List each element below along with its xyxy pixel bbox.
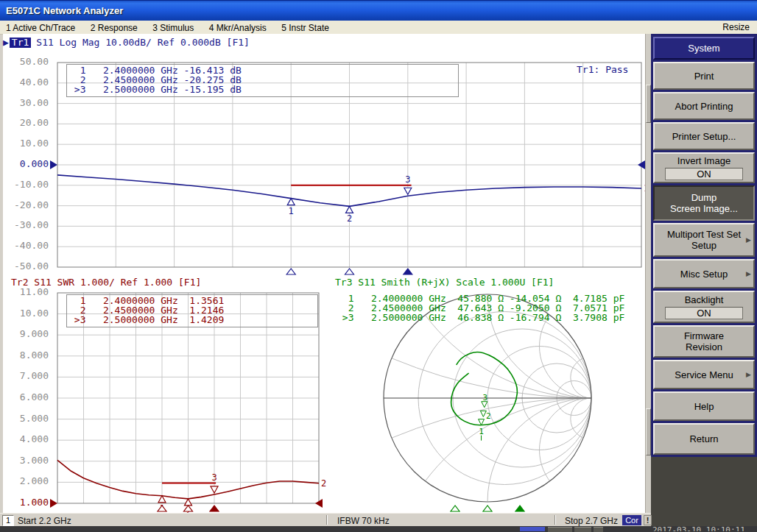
divider-handle[interactable]: [646, 85, 651, 123]
softkey-label: Abort Printing: [675, 101, 733, 112]
submenu-arrow-icon: ▶: [746, 235, 751, 246]
softkey-panel: SystemPrintAbort PrintingPrinter Setup..…: [651, 34, 757, 526]
softkey-misc-setup[interactable]: Misc Setup▶: [653, 259, 755, 288]
y-axis-tick-label: 7.000: [3, 371, 49, 381]
status-bar: 1 Start 2.2 GHz IFBW 70 kHz Stop 2.7 GHz…: [0, 513, 651, 527]
softkey-state-value: ON: [665, 168, 743, 180]
menu-bar: 1 Active Ch/Trace 2 Response 3 Stimulus …: [0, 21, 757, 35]
softkey-label: Print: [694, 71, 714, 82]
softkey-label: Printer Setup...: [672, 131, 736, 142]
y-axis-tick-label: -50.00: [3, 261, 49, 272]
channel-number-box: 1: [2, 515, 14, 526]
y-axis-tick-label: 10.00: [3, 308, 49, 319]
tr3-marker-row: >3 2.5000000 GHz 46.838 Ω -16.794 Ω 3.79…: [337, 313, 624, 322]
softkey-firmware-revision[interactable]: FirmwareRevision: [653, 325, 755, 358]
system-strip-segment: [548, 527, 572, 532]
y-axis-tick-label: 10.00: [3, 138, 49, 149]
softkey-label: System: [688, 43, 719, 54]
softkey-label: Firmware: [684, 330, 724, 341]
softkey-print[interactable]: Print: [653, 62, 755, 90]
title-bar: E5071C Network Analyzer: [0, 0, 757, 21]
softkey-label: Multiport Test Set: [667, 229, 741, 240]
y-axis-tick-label: 20.00: [3, 118, 49, 128]
instrument-screen: E5071C Network Analyzer 1 Active Ch/Trac…: [0, 0, 757, 532]
softkey-dump-screen-image[interactable]: DumpScreen Image...: [653, 185, 755, 221]
y-axis-tick-label: 8.000: [3, 350, 49, 361]
active-trace-indicator-icon: ▶: [3, 38, 9, 48]
menu-active-ch-trace[interactable]: 1 Active Ch/Trace: [0, 21, 81, 35]
tr2-marker-row: >3 2.5000000 GHz 1.4209: [68, 315, 316, 324]
y-axis-tick-label: 9.000: [3, 329, 49, 339]
tr1-marker-row: >3 2.5000000 GHz -15.195 dB: [68, 85, 457, 94]
tr1-format-label: S11 Log Mag 10.00dB/ Ref 0.000dB [F1]: [36, 38, 250, 48]
tr2-marker-table: 1 2.4000000 GHz 1.3561 2 2.4500000 GHz 1…: [66, 294, 318, 327]
stop-frequency: Stop 2.7 GHz: [565, 516, 618, 526]
y-axis-tick-label: 5.000: [3, 414, 49, 424]
menu-response[interactable]: 2 Response: [85, 21, 144, 35]
softkey-system[interactable]: System: [653, 37, 755, 60]
y-axis-tick-label: 2.000: [3, 476, 49, 486]
softkey-label: Setup: [691, 240, 716, 251]
softkey-label: Invert Image: [677, 155, 730, 166]
softkey-multiport-test-set-setup[interactable]: Multiport Test SetSetup▶: [653, 223, 755, 257]
softkey-return[interactable]: Return: [653, 423, 755, 455]
resize-control[interactable]: Resize: [722, 22, 750, 32]
y-axis-tick-label: 3.000: [3, 455, 49, 466]
divider-handle[interactable]: [646, 408, 651, 455]
menu-instr-state[interactable]: 5 Instr State: [275, 21, 335, 35]
softkey-help[interactable]: Help: [653, 391, 755, 421]
softkey-label: Revision: [686, 341, 722, 352]
alert-badge: !: [644, 515, 652, 525]
system-strip-segment: [594, 527, 603, 532]
tr1-tag[interactable]: Tr1: [10, 38, 31, 48]
start-frequency: Start 2.2 GHz: [18, 516, 71, 526]
tr1-limit-status: Tr1: Pass: [577, 64, 628, 75]
y-axis-tick-label: 40.00: [3, 77, 49, 88]
y-axis-tick-label: -20.00: [3, 200, 49, 210]
softkey-printer-setup[interactable]: Printer Setup...: [653, 122, 755, 150]
y-axis-tick-label: 11.00: [3, 287, 49, 297]
softkey-label: Dump: [691, 192, 717, 203]
softkey-abort-printing[interactable]: Abort Printing: [653, 92, 755, 120]
softkey-service-menu[interactable]: Service Menu▶: [653, 360, 755, 389]
softkey-invert-image[interactable]: Invert ImageON: [653, 152, 755, 183]
softkey-label: Service Menu: [675, 369, 733, 380]
system-strip-segment: [520, 527, 545, 531]
tr3-marker-table: 1 2.4000000 GHz 45.880 Ω -14.054 Ω 4.718…: [337, 294, 624, 322]
tr1-marker-table: 1 2.4000000 GHz -16.413 dB 2 2.4500000 G…: [66, 64, 459, 97]
y-axis-tick-label: 6.000: [3, 392, 49, 402]
status-divider: [554, 515, 556, 525]
display-area: [3, 34, 645, 513]
y-axis-tick-label: 50.00: [3, 57, 49, 67]
status-divider: [326, 515, 328, 525]
submenu-arrow-icon: ▶: [746, 369, 751, 380]
system-clock: 2017-03-10 10:10:11: [652, 526, 756, 531]
menu-mkr-analysis[interactable]: 4 Mkr/Analysis: [203, 21, 272, 35]
softkey-backlight[interactable]: BacklightON: [653, 291, 755, 323]
softkey-label: Return: [689, 433, 718, 444]
softkey-label: Misc Setup: [680, 269, 728, 280]
y-axis-tick-label: 1.000: [3, 497, 49, 508]
y-axis-tick-label: -30.00: [3, 220, 49, 230]
softkey-label: Help: [694, 401, 714, 412]
y-axis-tick-label: 0.000: [3, 159, 49, 169]
ifbw-value: IFBW 70 kHz: [337, 516, 390, 526]
y-axis-tick-label: -10.00: [3, 180, 49, 190]
softkey-empty-area: [651, 457, 757, 526]
softkey-label: Backlight: [685, 294, 724, 305]
softkey-state-value: ON: [665, 307, 743, 319]
tr3-header: Tr3 S11 Smith (R+jX) Scale 1.000U [F1]: [335, 277, 554, 288]
correction-badge: Cor: [622, 515, 641, 525]
y-axis-tick-label: 4.000: [3, 434, 49, 444]
system-strip-segment: [574, 527, 591, 532]
softkey-label: Screen Image...: [670, 203, 738, 214]
tr1-header: ▶ Tr1 S11 Log Mag 10.00dB/ Ref 0.000dB […: [3, 38, 250, 48]
bottom-system-strip: 2017-03-10 10:10:11: [0, 526, 757, 532]
y-axis-tick-label: 30.00: [3, 98, 49, 108]
window-title: E5071C Network Analyzer: [6, 5, 123, 16]
y-axis-tick-label: -40.00: [3, 241, 49, 251]
menu-stimulus[interactable]: 3 Stimulus: [147, 21, 200, 35]
submenu-arrow-icon: ▶: [746, 269, 751, 280]
